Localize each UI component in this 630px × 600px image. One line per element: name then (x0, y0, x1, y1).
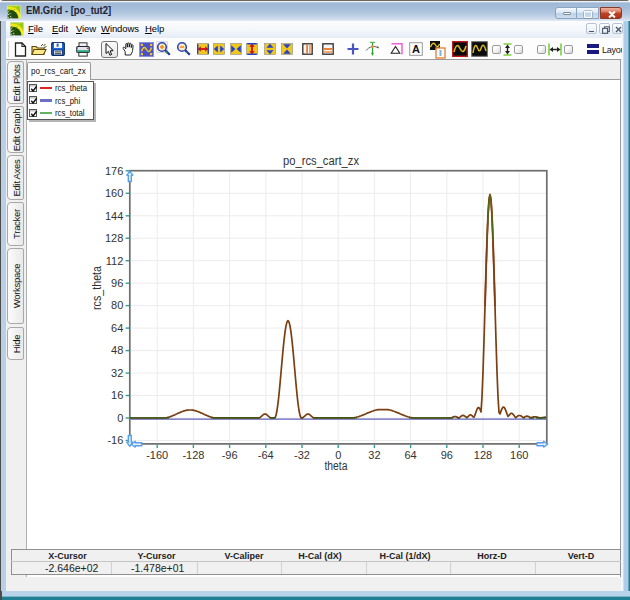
svg-text:32: 32 (111, 367, 123, 379)
svg-text:160: 160 (105, 187, 123, 199)
svg-text:64: 64 (404, 449, 416, 461)
svg-text:48: 48 (111, 344, 123, 356)
svg-text:96: 96 (441, 449, 453, 461)
svg-text:176: 176 (105, 165, 123, 177)
svg-text:32: 32 (368, 449, 380, 461)
svg-text:-160: -160 (146, 449, 168, 461)
svg-text:128: 128 (474, 449, 492, 461)
svg-text:po_rcs_cart_zx: po_rcs_cart_zx (283, 154, 360, 168)
svg-text:-96: -96 (222, 449, 238, 461)
svg-text:112: 112 (106, 255, 124, 267)
svg-text:-128: -128 (182, 449, 204, 461)
svg-text:96: 96 (111, 277, 123, 289)
svg-text:rcs_theta: rcs_theta (90, 266, 104, 310)
svg-text:theta: theta (325, 459, 348, 473)
svg-text:144: 144 (105, 210, 123, 222)
svg-text:16: 16 (111, 389, 123, 401)
svg-text:160: 160 (510, 449, 528, 461)
svg-text:80: 80 (111, 299, 123, 311)
svg-text:0: 0 (117, 412, 123, 424)
svg-text:-64: -64 (258, 449, 274, 461)
svg-text:-16: -16 (107, 434, 123, 446)
svg-text:-32: -32 (294, 449, 310, 461)
svg-text:64: 64 (111, 322, 123, 334)
svg-text:A: A (412, 43, 420, 55)
svg-text:128: 128 (105, 232, 123, 244)
